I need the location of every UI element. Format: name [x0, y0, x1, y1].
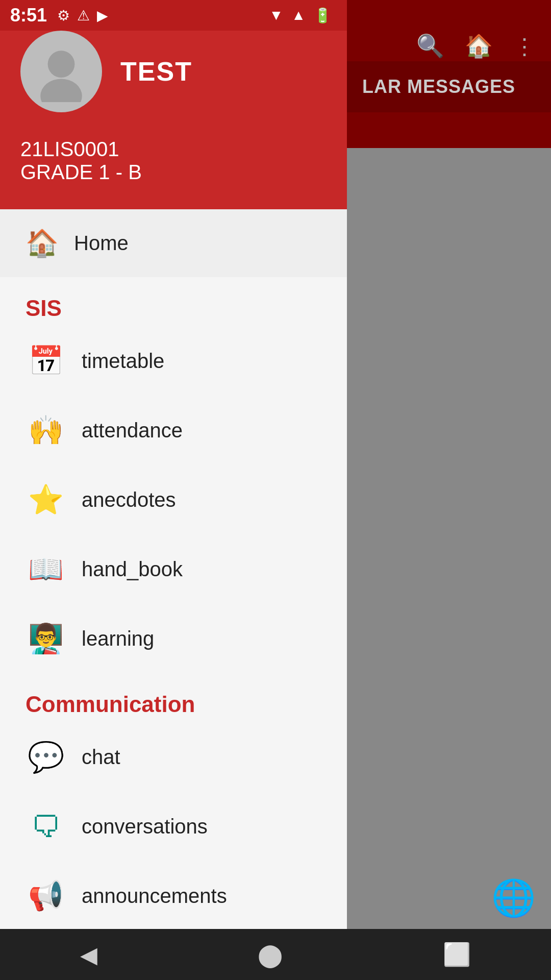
- home-button[interactable]: ⬤: [258, 942, 283, 968]
- drawer-content: 🏠 Home SIS 📅 timetable 🙌 attendance ⭐ an…: [0, 209, 347, 980]
- sidebar-item-announcements[interactable]: 📢 announcements: [0, 861, 347, 930]
- globe-icon[interactable]: 🌐: [491, 877, 536, 919]
- communication-section-header: Communication: [0, 673, 347, 722]
- chat-label: chat: [82, 746, 120, 769]
- sidebar-item-anecdotes[interactable]: ⭐ anecdotes: [0, 465, 347, 534]
- status-right-icons: ▼ ▲ 🔋: [269, 7, 332, 24]
- timetable-icon: 📅: [26, 340, 66, 381]
- drawer-header: TEST 21LIS0001 GRADE 1 - B: [0, 0, 347, 209]
- right-label-bar: LAR MESSAGES: [347, 61, 551, 112]
- announcements-icon: 📢: [26, 875, 66, 916]
- sis-title: SIS: [26, 296, 62, 321]
- svg-point-1: [40, 79, 82, 102]
- right-panel-gray: 🌐: [347, 148, 551, 934]
- right-toolbar: 🔍 🏠 ⋮: [347, 0, 551, 61]
- attendance-icon: 🙌: [26, 410, 66, 451]
- svg-point-0: [48, 51, 75, 78]
- timetable-label: timetable: [82, 350, 164, 373]
- search-icon[interactable]: 🔍: [416, 33, 444, 59]
- status-bar: 8:51 ⚙ ⚠ ▶ ▼ ▲ 🔋: [0, 0, 347, 31]
- settings-icon: ⚙: [57, 7, 70, 24]
- wifi-icon: ▼: [269, 7, 284, 23]
- user-id: 21LIS0001: [20, 138, 327, 161]
- handbook-label: hand_book: [82, 558, 183, 581]
- signal-icon: ▲: [291, 7, 306, 23]
- anecdotes-icon: ⭐: [26, 479, 66, 520]
- right-label-text: LAR MESSAGES: [362, 76, 515, 97]
- sidebar-item-chat[interactable]: 💬 chat: [0, 722, 347, 792]
- home-menu-item[interactable]: 🏠 Home: [0, 209, 347, 277]
- back-button[interactable]: ◀: [80, 942, 97, 968]
- sidebar-item-learning[interactable]: 👨‍🏫 learning: [0, 604, 347, 673]
- anecdotes-label: anecdotes: [82, 488, 176, 511]
- recent-button[interactable]: ⬜: [443, 941, 471, 968]
- avatar: [20, 31, 102, 112]
- play-icon: ▶: [97, 7, 108, 24]
- learning-label: learning: [82, 627, 154, 650]
- avatar-image: [31, 41, 92, 102]
- home-label: Home: [74, 232, 129, 255]
- user-row: TEST: [20, 31, 327, 112]
- status-icons: ⚙ ⚠ ▶: [57, 7, 108, 24]
- sidebar-item-timetable[interactable]: 📅 timetable: [0, 326, 347, 396]
- status-time: 8:51: [10, 5, 47, 26]
- home-icon[interactable]: 🏠: [465, 33, 493, 59]
- attendance-label: attendance: [82, 419, 183, 442]
- chat-icon: 💬: [26, 737, 66, 777]
- home-nav-icon: 🏠: [26, 228, 59, 259]
- communication-title: Communication: [26, 692, 195, 717]
- conversations-icon: 🗨: [26, 806, 66, 847]
- conversations-label: conversations: [82, 815, 208, 838]
- announcements-label: announcements: [82, 885, 227, 908]
- more-icon[interactable]: ⋮: [513, 33, 536, 59]
- right-panel-top: 🔍 🏠 ⋮ LAR MESSAGES: [347, 0, 551, 148]
- warning-icon: ⚠: [77, 7, 90, 24]
- sidebar-item-conversations[interactable]: 🗨 conversations: [0, 792, 347, 861]
- user-grade: GRADE 1 - B: [20, 161, 327, 184]
- learning-icon: 👨‍🏫: [26, 618, 66, 659]
- drawer: 8:51 ⚙ ⚠ ▶ ▼ ▲ 🔋 TEST 21LIS0001 GRADE 1 …: [0, 0, 347, 980]
- battery-icon: 🔋: [314, 7, 332, 24]
- user-name: TEST: [120, 56, 192, 87]
- bottom-nav: ◀ ⬤ ⬜: [0, 929, 551, 980]
- sidebar-item-handbook[interactable]: 📖 hand_book: [0, 534, 347, 604]
- handbook-icon: 📖: [26, 549, 66, 590]
- sidebar-item-attendance[interactable]: 🙌 attendance: [0, 396, 347, 465]
- sis-section-header: SIS: [0, 277, 347, 326]
